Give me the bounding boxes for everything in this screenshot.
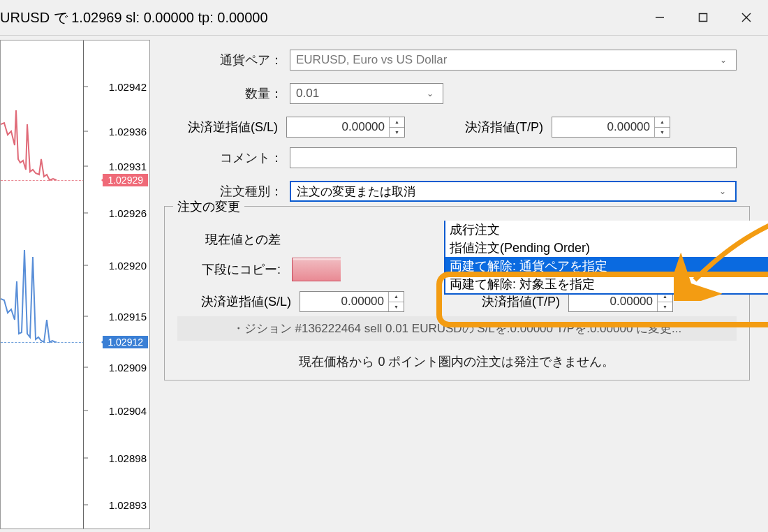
price-tick: 1.02904 xyxy=(109,405,147,417)
qty-value: 0.01 xyxy=(296,87,319,101)
price-tick: 1.02909 xyxy=(109,362,147,374)
ask-price-badge: 1.02929 xyxy=(103,174,148,186)
order-type-label: 注文種別： xyxy=(164,183,290,200)
group-tp-value: 0.00000 xyxy=(610,295,657,309)
tick-chart: 1.02942 1.02936 1.02931 1.02929 1.02926 … xyxy=(0,40,150,529)
title-bar: URUSD で 1.02969 sl: 0.00000 tp: 0.00000 xyxy=(0,0,768,35)
up-arrow-icon: ▲ xyxy=(389,292,404,302)
pair-value: EURUSD, Euro vs US Dollar xyxy=(296,53,447,67)
order-type-option[interactable]: 指値注文(Pending Order) xyxy=(445,239,768,257)
footnote: 現在価格から 0 ポイント圏内の注文は発注できません。 xyxy=(177,353,737,370)
window-buttons xyxy=(638,0,768,35)
order-type-dropdown[interactable]: 注文の変更または取消 ⌄ xyxy=(290,181,737,202)
pair-label: 通貨ペア： xyxy=(164,52,290,68)
order-form: 通貨ペア： EURUSD, Euro vs US Dollar ⌄ 数量： 0.… xyxy=(150,36,768,532)
sl-input[interactable]: 0.00000 ▲▼ xyxy=(286,117,405,138)
copy-label: 下段にコピー: xyxy=(177,261,289,278)
tp-stepper[interactable]: ▲▼ xyxy=(654,117,670,137)
group-sl-label: 決済逆指値(S/L) xyxy=(177,293,300,310)
order-type-listbox[interactable]: 成行注文 指値注文(Pending Order) 両建て解除: 通貨ペアを指定 … xyxy=(444,221,768,295)
order-type-option[interactable]: 両建て解除: 通貨ペアを指定 xyxy=(445,257,768,275)
price-tick: 1.02926 xyxy=(109,207,147,219)
tp-input[interactable]: 0.00000 ▲▼ xyxy=(552,117,670,138)
price-axis: 1.02942 1.02936 1.02931 1.02929 1.02926 … xyxy=(83,40,149,529)
close-button[interactable] xyxy=(725,0,768,35)
order-type-option[interactable]: 成行注文 xyxy=(445,221,768,239)
tp-value: 0.00000 xyxy=(607,120,654,134)
down-arrow-icon: ▼ xyxy=(389,302,404,312)
group-sl-input[interactable]: 0.00000 ▲▼ xyxy=(300,291,404,312)
tick-chart-lines xyxy=(1,40,84,529)
down-arrow-icon: ▼ xyxy=(390,128,404,138)
tp-label: 決済指値(T/P) xyxy=(405,119,552,135)
up-arrow-icon: ▲ xyxy=(390,117,404,128)
group-tp-label: 決済指値(T/P) xyxy=(404,293,568,310)
chevron-down-icon: ⌄ xyxy=(423,87,437,101)
comment-input[interactable] xyxy=(290,147,737,168)
pair-dropdown[interactable]: EURUSD, Euro vs US Dollar ⌄ xyxy=(290,50,737,71)
comment-label: コメント： xyxy=(164,149,290,166)
price-tick: 1.02915 xyxy=(109,311,147,323)
sl-value: 0.00000 xyxy=(342,120,389,134)
price-tick: 1.02942 xyxy=(109,81,147,93)
qty-combo[interactable]: 0.01 ⌄ xyxy=(290,83,443,104)
price-tick: 1.02898 xyxy=(109,452,147,464)
price-tick: 1.02893 xyxy=(109,499,147,511)
up-arrow-icon: ▲ xyxy=(655,117,670,128)
sl-label: 決済逆指値(S/L) xyxy=(164,119,286,135)
price-tick: 1.02936 xyxy=(109,126,147,138)
modify-status-bar[interactable]: ・ジション #136222464 sell 0.01 EURUSDの S/Lを:… xyxy=(177,316,737,341)
client-area: 1.02942 1.02936 1.02931 1.02929 1.02926 … xyxy=(0,35,768,532)
copy-sl-button[interactable] xyxy=(292,258,341,281)
order-type-value: 注文の変更または取消 xyxy=(297,184,415,200)
diff-label: 現在値との差 xyxy=(177,231,289,248)
sl-stepper[interactable]: ▲▼ xyxy=(389,117,404,137)
down-arrow-icon: ▼ xyxy=(658,302,672,312)
bid-line xyxy=(1,342,84,343)
group-tp-stepper[interactable]: ▲▼ xyxy=(657,292,672,311)
chevron-down-icon: ⌄ xyxy=(716,184,730,198)
maximize-button[interactable] xyxy=(681,0,725,35)
chevron-down-icon: ⌄ xyxy=(716,53,730,67)
ask-line xyxy=(1,180,84,181)
window-title: URUSD で 1.02969 sl: 0.00000 tp: 0.00000 xyxy=(0,8,268,27)
price-tick: 1.02920 xyxy=(109,260,147,272)
price-tick: 1.02931 xyxy=(109,161,147,172)
qty-label: 数量： xyxy=(164,85,290,102)
group-sl-stepper[interactable]: ▲▼ xyxy=(388,292,404,311)
bid-price-badge: 1.02912 xyxy=(103,336,148,348)
down-arrow-icon: ▼ xyxy=(655,128,670,138)
order-type-option[interactable]: 両建て解除: 対象玉を指定 xyxy=(445,275,768,293)
group-title: 注文の変更 xyxy=(173,198,244,215)
minimize-button[interactable] xyxy=(638,0,681,35)
group-sl-value: 0.00000 xyxy=(341,295,388,309)
svg-rect-1 xyxy=(700,14,707,22)
